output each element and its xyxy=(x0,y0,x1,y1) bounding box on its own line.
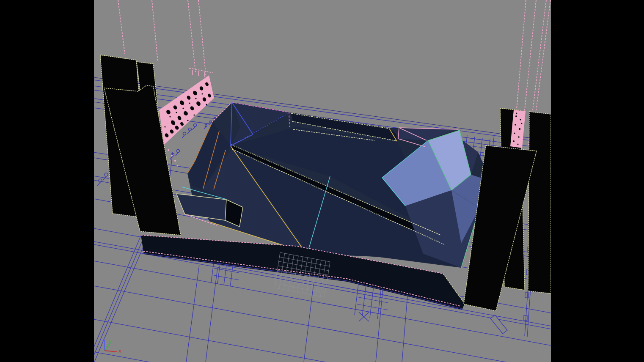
axis-y-label: y xyxy=(108,339,111,345)
axis-z-label: z xyxy=(102,336,105,342)
letterbox-right xyxy=(551,0,644,362)
letterbox-left xyxy=(0,0,94,362)
pillar-right-edge[interactable] xyxy=(528,112,551,293)
axis-x-label: x xyxy=(118,348,121,354)
viewport-canvas[interactable]: z y x xyxy=(0,0,644,362)
viewport-window: z y x xyxy=(0,0,644,362)
